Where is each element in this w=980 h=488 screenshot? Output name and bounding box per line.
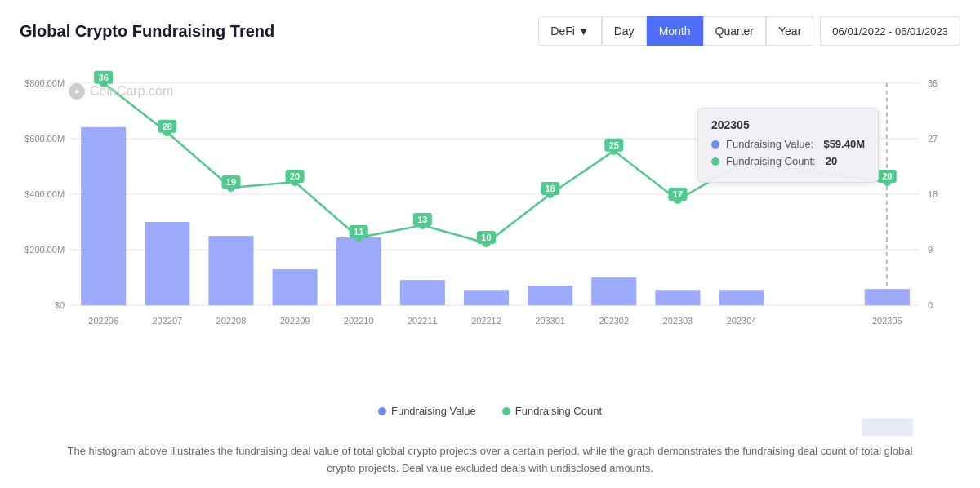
bar-202210[interactable] [336,237,381,305]
svg-text:36: 36 [928,78,938,88]
svg-text:13: 13 [417,215,427,224]
year-period-button[interactable]: Year [766,16,813,46]
svg-text:202305: 202305 [872,316,902,326]
svg-text:203301: 203301 [535,316,565,326]
filter-group: DeFi ▼ Day Month Quarter Year 06/01/2022… [538,16,960,46]
bar-202206[interactable] [81,127,126,305]
day-period-button[interactable]: Day [602,16,647,46]
svg-text:$200.00M: $200.00M [24,245,65,255]
page-title: Global Crypto Fundraising Trend [20,22,274,41]
svg-text:202212: 202212 [471,316,501,326]
svg-text:$400.00M: $400.00M [24,189,65,199]
legend-count-item: Fundraising Count [502,405,602,417]
svg-text:36: 36 [99,73,109,82]
bar-202209[interactable] [273,269,318,305]
main-container: Global Crypto Fundraising Trend DeFi ▼ D… [0,0,980,488]
svg-text:202304: 202304 [727,316,757,326]
svg-text:11: 11 [354,227,363,237]
chart-area: ✦ CoinCarp.com $800.00M $600.00M $400.00… [20,59,960,401]
header: Global Crypto Fundraising Trend DeFi ▼ D… [20,16,960,46]
bar-202303[interactable] [655,290,700,305]
legend-count-label: Fundraising Count [515,405,602,417]
svg-text:0: 0 [928,300,933,310]
defi-filter-button[interactable]: DeFi ▼ [538,16,601,46]
legend-count-dot [502,407,510,415]
tooltip-title: 202305 [711,118,865,131]
bar-202302[interactable] [591,277,636,305]
svg-text:19: 19 [226,177,236,187]
svg-text:202206: 202206 [88,316,118,326]
month-period-button[interactable]: Month [647,16,703,46]
svg-text:10: 10 [481,233,491,242]
svg-text:$800.00M: $800.00M [24,78,65,88]
svg-text:202211: 202211 [408,316,438,326]
svg-text:202303: 202303 [663,316,693,326]
date-range: 06/01/2022 - 06/01/2023 [820,16,960,46]
svg-text:17: 17 [673,189,683,199]
chart-svg: $800.00M $600.00M $400.00M $200.00M $0 3… [20,59,960,369]
bar-202304[interactable] [719,290,764,305]
bar-202212[interactable] [464,290,509,305]
tooltip: 202305 Fundraising Value: $59.40M Fundra… [697,108,879,183]
svg-text:202210: 202210 [344,316,374,326]
svg-text:28: 28 [163,122,172,131]
tooltip-value-dot [711,140,719,149]
svg-text:9: 9 [928,245,933,255]
active-bar-highlight [862,418,913,436]
legend-value-item: Fundraising Value [378,405,476,417]
svg-text:18: 18 [928,189,938,199]
svg-text:202208: 202208 [216,316,247,326]
bar-202208[interactable] [208,236,253,305]
legend-value-dot [378,407,386,415]
legend: Fundraising Value Fundraising Count [20,405,960,417]
svg-text:202207: 202207 [152,316,182,326]
tooltip-count-dot [711,157,719,166]
svg-text:$0: $0 [55,300,65,310]
bar-203301[interactable] [528,286,572,305]
svg-text:202209: 202209 [280,316,310,326]
legend-value-label: Fundraising Value [391,405,476,417]
bar-202207[interactable] [145,222,189,305]
chevron-down-icon: ▼ [578,24,590,38]
description: The histogram above illustrates the fund… [20,443,960,477]
svg-text:202302: 202302 [599,316,629,326]
svg-text:27: 27 [928,134,938,144]
svg-text:20: 20 [882,171,892,181]
controls: DeFi ▼ Day Month Quarter Year 06/01/2022… [538,16,960,46]
quarter-period-button[interactable]: Quarter [703,16,766,46]
svg-text:$600.00M: $600.00M [24,134,65,144]
svg-text:18: 18 [546,184,555,193]
svg-text:25: 25 [609,140,619,150]
bar-202211[interactable] [400,280,445,305]
tooltip-value-row: Fundraising Value: $59.40M [711,138,865,150]
svg-text:20: 20 [290,171,300,181]
tooltip-count-row: Fundraising Count: 20 [711,155,865,167]
